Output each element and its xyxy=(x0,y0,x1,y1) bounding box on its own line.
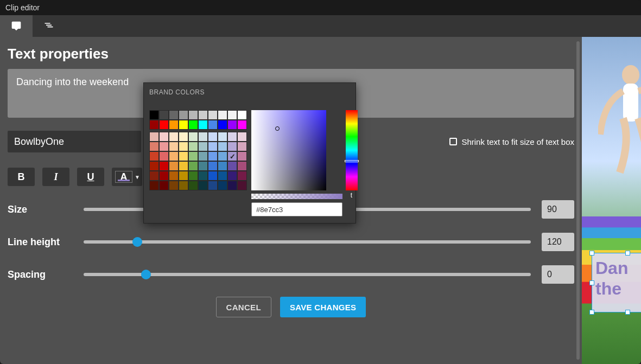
color-swatch[interactable] xyxy=(198,120,208,130)
color-swatch[interactable] xyxy=(149,181,159,190)
scrollbar[interactable] xyxy=(576,41,580,360)
color-swatch[interactable] xyxy=(159,132,169,142)
color-swatch[interactable] xyxy=(169,120,179,130)
text-color-button[interactable]: A ▼ xyxy=(112,168,142,186)
save-button[interactable]: SAVE CHANGES xyxy=(280,297,366,317)
resize-handle[interactable] xyxy=(625,310,630,315)
color-swatch[interactable] xyxy=(218,171,227,181)
color-swatch[interactable] xyxy=(237,110,247,120)
tab-layers[interactable] xyxy=(33,15,65,37)
color-swatch[interactable] xyxy=(188,110,198,120)
color-swatch[interactable] xyxy=(179,132,188,142)
spacing-slider[interactable] xyxy=(84,273,531,276)
color-swatch[interactable] xyxy=(169,151,179,161)
underline-button[interactable]: U xyxy=(77,168,104,186)
color-swatch[interactable] xyxy=(218,120,227,130)
color-swatch[interactable] xyxy=(169,142,179,151)
lineheight-value-input[interactable]: 120 xyxy=(542,233,574,251)
color-swatch[interactable] xyxy=(149,120,159,130)
color-swatch[interactable] xyxy=(169,181,179,190)
color-swatch[interactable] xyxy=(198,151,208,161)
color-swatch[interactable] xyxy=(198,110,208,120)
size-value-input[interactable]: 90 xyxy=(542,200,574,219)
hue-cursor[interactable] xyxy=(345,160,359,162)
shrink-checkbox-row[interactable]: Shrink text to fit size of text box xyxy=(449,137,574,146)
color-swatch[interactable] xyxy=(188,161,198,171)
color-swatch[interactable] xyxy=(169,161,179,171)
color-swatch[interactable] xyxy=(208,171,218,181)
color-swatch[interactable] xyxy=(149,151,159,161)
color-swatch[interactable] xyxy=(208,142,218,151)
color-swatch[interactable] xyxy=(188,142,198,151)
spacing-slider-thumb[interactable] xyxy=(141,270,151,279)
shrink-checkbox[interactable] xyxy=(449,138,457,145)
color-swatch[interactable] xyxy=(198,171,208,181)
color-swatch[interactable] xyxy=(227,171,237,181)
color-swatch[interactable] xyxy=(159,120,169,130)
font-select[interactable]: BowlbyOne xyxy=(8,131,141,152)
color-swatch[interactable] xyxy=(198,142,208,151)
color-swatch[interactable] xyxy=(218,110,227,120)
color-swatch[interactable] xyxy=(159,110,169,120)
color-swatch[interactable] xyxy=(237,120,247,130)
color-swatch[interactable] xyxy=(208,120,218,130)
color-swatch[interactable] xyxy=(237,171,247,181)
color-swatch[interactable] xyxy=(208,161,218,171)
color-swatch[interactable] xyxy=(169,171,179,181)
color-swatch[interactable] xyxy=(179,181,188,190)
italic-button[interactable]: I xyxy=(42,168,69,186)
color-swatch[interactable] xyxy=(159,161,169,171)
color-swatch[interactable] xyxy=(208,132,218,142)
color-swatch[interactable] xyxy=(227,161,237,171)
color-swatch[interactable] xyxy=(179,161,188,171)
color-swatch[interactable] xyxy=(237,142,247,151)
color-swatch[interactable] xyxy=(149,171,159,181)
color-swatch[interactable] xyxy=(218,142,227,151)
color-swatch[interactable] xyxy=(169,110,179,120)
lineheight-slider-thumb[interactable] xyxy=(132,237,142,247)
color-swatch[interactable] xyxy=(208,151,218,161)
color-swatch[interactable] xyxy=(227,142,237,151)
color-swatch[interactable] xyxy=(159,181,169,190)
color-swatch[interactable] xyxy=(188,132,198,142)
color-swatch[interactable] xyxy=(179,120,188,130)
color-swatch[interactable] xyxy=(208,110,218,120)
hex-input[interactable]: #8e7cc3 xyxy=(251,202,342,216)
color-swatch[interactable] xyxy=(149,110,159,120)
color-swatch[interactable] xyxy=(227,132,237,142)
color-swatch[interactable] xyxy=(218,181,227,190)
color-swatch[interactable] xyxy=(218,151,227,161)
bold-button[interactable]: B xyxy=(8,168,35,186)
tab-chat[interactable] xyxy=(0,15,33,37)
color-swatch[interactable] xyxy=(237,151,247,161)
color-swatch[interactable] xyxy=(159,142,169,151)
resize-handle[interactable] xyxy=(589,280,594,285)
preview-text-selection[interactable]: Dan the xyxy=(592,253,641,312)
color-swatch[interactable] xyxy=(198,132,208,142)
resize-handle[interactable] xyxy=(589,310,594,315)
color-swatch[interactable] xyxy=(169,132,179,142)
resize-handle[interactable] xyxy=(625,251,630,256)
alpha-slider[interactable] xyxy=(251,194,342,199)
color-swatch[interactable] xyxy=(188,181,198,190)
spacing-value-input[interactable]: 0 xyxy=(542,265,574,284)
cancel-button[interactable]: CANCEL xyxy=(216,297,271,317)
color-swatch[interactable] xyxy=(179,142,188,151)
color-swatch[interactable] xyxy=(227,181,237,190)
color-swatch[interactable] xyxy=(179,151,188,161)
color-swatch[interactable] xyxy=(179,110,188,120)
color-swatch[interactable] xyxy=(198,161,208,171)
color-swatch[interactable] xyxy=(198,181,208,190)
color-swatch[interactable] xyxy=(218,161,227,171)
color-swatch[interactable] xyxy=(218,132,227,142)
color-swatch[interactable] xyxy=(227,110,237,120)
saturation-value-field[interactable] xyxy=(251,110,326,190)
color-swatch[interactable] xyxy=(237,181,247,190)
color-swatch[interactable] xyxy=(227,151,237,161)
color-swatch[interactable] xyxy=(188,151,198,161)
color-swatch[interactable] xyxy=(179,171,188,181)
color-swatch[interactable] xyxy=(188,171,198,181)
lineheight-slider[interactable] xyxy=(84,240,531,244)
resize-handle[interactable] xyxy=(589,251,594,256)
color-swatch[interactable] xyxy=(159,171,169,181)
